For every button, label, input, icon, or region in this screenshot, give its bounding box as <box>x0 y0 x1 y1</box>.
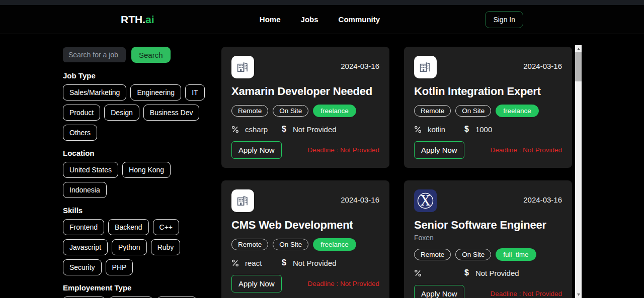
company-avatar: X <box>414 189 437 212</box>
scrollbar-down-arrow[interactable] <box>575 291 582 298</box>
location-badge: On Site <box>273 105 308 117</box>
filter-chip-product[interactable]: Product <box>63 105 100 121</box>
filter-chip-others[interactable]: Others <box>63 125 97 141</box>
search-input[interactable] <box>63 47 126 62</box>
skill-icon <box>231 126 239 133</box>
meta-row: kotlin $ 1000 <box>414 125 562 134</box>
apply-now-button[interactable]: Apply Now <box>231 275 282 292</box>
job-salary: 1000 <box>475 125 492 134</box>
filter-chip-business-dev[interactable]: Business Dev <box>143 105 200 121</box>
filter-chip-united-states[interactable]: United States <box>63 162 118 178</box>
office-building-icon <box>419 60 432 74</box>
job-card: 2024-03-16 Kotlin Integration Expert Rem… <box>404 47 572 168</box>
filter-section-skills: Skills Frontend Backend C++ Javascript P… <box>63 206 206 275</box>
company-avatar <box>231 189 254 212</box>
chip-group: United States Hong Kong Indonesia <box>63 162 206 198</box>
meta-row: react $ Not Provided <box>231 258 379 267</box>
foxen-logo-icon: X <box>414 189 437 212</box>
dollar-icon: $ <box>464 125 469 134</box>
meta-row: csharp $ Not Provided <box>231 125 379 134</box>
location-badge: Remote <box>414 105 451 117</box>
filter-chip-frontend[interactable]: Frontend <box>63 219 104 235</box>
filter-chip-design[interactable]: Design <box>104 105 139 121</box>
location-badge: On Site <box>273 239 308 250</box>
filter-section-employment-type: Employement Type Full-Time Part-Time Con… <box>63 283 206 298</box>
dollar-icon: $ <box>464 268 469 277</box>
apply-row: Apply Now Deadline : Not Provided <box>231 275 379 292</box>
filter-chip-javascript[interactable]: Javascript <box>63 239 108 255</box>
job-skill: csharp <box>245 125 268 134</box>
filter-section-title: Job Type <box>63 71 206 80</box>
logo-accent: ai <box>145 14 154 25</box>
deadline-text: Deadline : Not Provided <box>490 146 562 154</box>
search-row: Search <box>63 47 206 63</box>
search-button[interactable]: Search <box>131 47 171 63</box>
filter-chip-python[interactable]: Python <box>112 239 147 255</box>
filter-chip-sales-marketing[interactable]: Sales/Marketing <box>63 84 126 101</box>
chip-group: Frontend Backend C++ Javascript Python R… <box>63 219 206 275</box>
chip-group: Sales/Marketing Engineering IT Product D… <box>63 84 206 141</box>
svg-text:X: X <box>421 193 431 209</box>
nav-link-home[interactable]: Home <box>260 15 281 24</box>
job-title: Xamarin Developer Needed <box>231 85 379 98</box>
job-date: 2024-03-16 <box>523 195 562 204</box>
scrollbar-thumb[interactable] <box>575 52 582 81</box>
location-badge: Remote <box>231 239 268 250</box>
logo[interactable]: RTH.ai <box>121 14 154 26</box>
filter-chip-cpp[interactable]: C++ <box>153 219 179 235</box>
apply-now-button[interactable]: Apply Now <box>414 141 464 159</box>
location-badge: On Site <box>455 249 491 260</box>
filter-section-location: Location United States Hong Kong Indones… <box>63 149 206 198</box>
filter-chip-engineering[interactable]: Engineering <box>130 84 181 101</box>
job-title: Kotlin Integration Expert <box>414 85 562 98</box>
filter-chip-backend[interactable]: Backend <box>108 219 148 235</box>
skill-icon <box>414 269 422 277</box>
filter-chip-security[interactable]: Security <box>63 259 102 275</box>
vertical-scrollbar[interactable] <box>575 45 582 298</box>
apply-now-button[interactable]: Apply Now <box>231 141 282 159</box>
filter-section-job-type: Job Type Sales/Marketing Engineering IT … <box>63 71 206 141</box>
filter-chip-php[interactable]: PHP <box>106 259 133 275</box>
card-header: 2024-03-16 <box>231 189 379 212</box>
dollar-icon: $ <box>282 258 286 267</box>
job-date: 2024-03-16 <box>341 195 379 204</box>
filter-chip-ruby[interactable]: Ruby <box>151 239 181 255</box>
job-date: 2024-03-16 <box>341 62 379 70</box>
badge-row: Remote On Site full_time <box>414 248 562 261</box>
filter-chip-indonesia[interactable]: Indonesia <box>63 182 107 198</box>
job-list: 2024-03-16 Xamarin Developer Needed Remo… <box>221 47 572 298</box>
apply-row: Apply Now Deadline : Not Provided <box>231 141 379 159</box>
filter-section-title: Employement Type <box>63 283 206 292</box>
apply-row: Apply Now Deadline : Not Provided <box>414 141 562 159</box>
job-salary: Not Provided <box>475 269 519 277</box>
scrollbar-up-arrow[interactable] <box>575 45 582 52</box>
filter-chip-it[interactable]: IT <box>185 84 204 101</box>
badge-row: Remote On Site freelance <box>414 105 562 117</box>
skill-icon <box>414 126 422 133</box>
job-salary: Not Provided <box>293 259 337 267</box>
job-card: X 2024-03-16 Senior Software Engineer Fo… <box>404 180 572 298</box>
job-title: CMS Web Development <box>231 219 379 232</box>
job-date: 2024-03-16 <box>523 62 562 70</box>
job-salary: Not Provided <box>293 125 337 134</box>
sign-in-button[interactable]: Sign In <box>485 11 523 28</box>
card-header: 2024-03-16 <box>414 56 562 78</box>
apply-now-button[interactable]: Apply Now <box>414 285 464 298</box>
job-type-badge: freelance <box>496 105 539 117</box>
deadline-text: Deadline : Not Provided <box>307 280 379 287</box>
job-skill: kotlin <box>428 125 445 134</box>
company-avatar <box>231 56 254 78</box>
apply-row: Apply Now Deadline : Not Provided <box>414 285 562 298</box>
job-skill: react <box>245 259 262 267</box>
job-card: 2024-03-16 Xamarin Developer Needed Remo… <box>221 47 389 168</box>
location-badge: Remote <box>231 105 268 117</box>
nav-link-jobs[interactable]: Jobs <box>301 15 318 24</box>
filter-chip-hong-kong[interactable]: Hong Kong <box>122 162 171 178</box>
meta-row: $ Not Provided <box>414 268 562 277</box>
main-nav: Home Jobs Community <box>260 15 380 24</box>
page-content: Search Job Type Sales/Marketing Engineer… <box>0 34 644 298</box>
window-top-strip <box>0 0 644 5</box>
dollar-icon: $ <box>282 125 286 134</box>
company-avatar <box>414 56 437 78</box>
nav-link-community[interactable]: Community <box>339 15 380 24</box>
